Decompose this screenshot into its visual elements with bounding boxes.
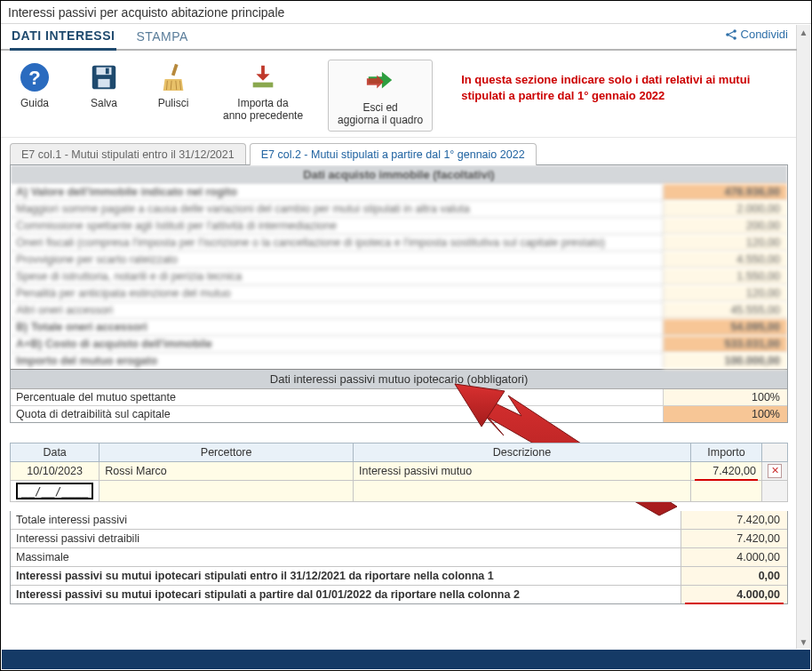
col-importo[interactable]: Importo — [691, 443, 762, 461]
facoltativi-row: Importo del mutuo erogato100.000,00 — [11, 353, 787, 369]
cell-importo[interactable]: 7.420,00 — [691, 461, 762, 480]
share-icon — [725, 28, 737, 41]
window-title: Interessi passivi per acquisto abitazion… — [1, 1, 811, 24]
cell-descrizione-empty[interactable] — [354, 480, 691, 501]
svg-line-3 — [728, 31, 734, 34]
vertical-scrollbar[interactable]: ▲ ▼ — [796, 25, 810, 649]
row-label: Maggiori somme pagate a causa delle vari… — [11, 201, 663, 217]
exit-update-icon — [364, 66, 396, 98]
facoltativi-row: Maggiori somme pagate a causa delle vari… — [11, 201, 787, 218]
importa-label: Importa da anno precedente — [223, 98, 303, 123]
cell-percettore[interactable]: Rossi Marco — [100, 461, 354, 480]
row-label: Penalità per anticipata estinzione del m… — [11, 285, 663, 301]
entry-row[interactable]: 10/10/2023 Rossi Marco Interessi passivi… — [11, 461, 788, 480]
facoltativi-row: Spese di istruttoria, notarili e di peri… — [11, 268, 787, 285]
summary-value: 4.000,00 — [681, 548, 787, 566]
row-value: 45.555,00 — [663, 302, 787, 318]
obbligatori-row: Percentuale del mutuo spettante100% — [11, 389, 787, 406]
facoltativi-row: Altri oneri accessori45.555,00 — [11, 302, 787, 319]
entries-table: Data Percettore Descrizione Importo 10/1… — [10, 443, 788, 502]
tab-stampa[interactable]: STAMPA — [134, 24, 190, 49]
clean-icon — [157, 61, 189, 93]
row-label: Commissione spettante agli Istituti per … — [11, 218, 663, 234]
summary-label: Interessi passivi detraibili — [11, 530, 681, 547]
salva-button[interactable]: Salva — [79, 60, 129, 112]
sub-tabs: E7 col.1 - Mutui stipulati entro il 31/1… — [10, 143, 788, 165]
subtab-col1[interactable]: E7 col.1 - Mutui stipulati entro il 31/1… — [10, 143, 246, 165]
row-label: Importo del mutuo erogato — [11, 353, 663, 369]
summary-label: Interessi passivi su mutui ipotecari sti… — [11, 586, 681, 603]
row-label: A) Valore dell'immobile indicato nel rog… — [11, 184, 663, 200]
facoltativi-row: Oneri fiscali (compresa l'imposta per l'… — [11, 235, 787, 252]
tab-dati-interessi[interactable]: DATI INTERESSI — [10, 23, 116, 51]
cell-importo-empty[interactable] — [691, 480, 762, 501]
scroll-down-icon[interactable]: ▼ — [797, 635, 810, 649]
summary-label: Totale interessi passivi — [11, 511, 681, 529]
guida-button[interactable]: ? Guida — [10, 60, 60, 112]
summary-label: Interessi passivi su mutui ipotecari sti… — [11, 567, 681, 585]
summary-value: 0,00 — [681, 567, 787, 585]
facoltativi-row: B) Totale oneri accessori54.095,00 — [11, 319, 787, 336]
row-label: Oneri fiscali (compresa l'imposta per l'… — [11, 235, 663, 251]
status-bar — [2, 650, 810, 669]
svg-text:?: ? — [28, 67, 40, 89]
row-value: 533.031,00 — [663, 336, 787, 352]
row-value[interactable]: 100% — [663, 406, 787, 422]
row-value: 54.095,00 — [663, 319, 787, 335]
salva-label: Salva — [91, 98, 117, 110]
row-label: Altri oneri accessori — [11, 302, 663, 318]
section-hint: In questa sezione indicare solo i dati r… — [452, 60, 788, 103]
pulisci-button[interactable]: Pulisci — [148, 60, 198, 112]
summary-label: Massimale — [11, 548, 681, 566]
esci-label: Esci ed aggiorna il quadro — [338, 102, 423, 127]
importa-button[interactable]: Importa da anno precedente — [218, 60, 308, 124]
row-value: 200,00 — [663, 218, 787, 234]
facoltativi-row: Penalità per anticipata estinzione del m… — [11, 285, 787, 302]
obbligatori-header: Dati interessi passivi mutuo ipotecario … — [11, 369, 787, 389]
row-value: 4.550,00 — [663, 252, 787, 268]
row-label: A+B) Costo di acquisto dell'immobile — [11, 336, 663, 352]
save-icon — [88, 61, 120, 93]
summary-value: 7.420,00 — [681, 530, 787, 547]
row-label: Percentuale del mutuo spettante — [11, 389, 663, 405]
import-icon — [247, 61, 279, 93]
row-label: Provvigione per scarto rateizzato — [11, 252, 663, 268]
facoltativi-row: Commissione spettante agli Istituti per … — [11, 218, 787, 235]
pulisci-label: Pulisci — [158, 98, 189, 110]
row-value: 1.550,00 — [663, 268, 787, 284]
cell-data[interactable]: 10/10/2023 — [11, 461, 100, 480]
summary-value-highlight: 4.000,00 — [681, 586, 787, 603]
row-value: 100.000,00 — [663, 353, 787, 369]
cell-percettore-empty[interactable] — [100, 480, 354, 501]
main-panel: Dati acquisto immobile (facoltativi) A) … — [10, 164, 788, 423]
obbligatori-row: Quota di detraibilità sul capitale100% — [11, 406, 787, 422]
facoltativi-row: Provvigione per scarto rateizzato4.550,0… — [11, 252, 787, 268]
help-icon: ? — [19, 61, 51, 93]
row-label: B) Totale oneri accessori — [11, 319, 663, 335]
row-value: 120,00 — [663, 285, 787, 301]
esci-button[interactable]: Esci ed aggiorna il quadro — [328, 60, 433, 132]
toolbar: ? Guida Salva Pulisci Importa — [1, 51, 797, 138]
date-input[interactable]: __/__/____ — [16, 483, 93, 499]
delete-row-button[interactable]: ✕ — [768, 464, 782, 478]
guida-label: Guida — [20, 98, 49, 110]
subtab-col2[interactable]: E7 col.2 - Mutui stipulati a partire dal… — [250, 143, 537, 165]
facoltativi-row: A+B) Costo di acquisto dell'immobile533.… — [11, 336, 787, 353]
cell-descrizione[interactable]: Interessi passivi mutuo — [354, 461, 691, 480]
svg-rect-8 — [97, 68, 112, 76]
col-descrizione[interactable]: Descrizione — [354, 443, 691, 461]
entry-row-empty[interactable]: __/__/____ — [11, 480, 788, 501]
svg-rect-16 — [253, 83, 274, 88]
share-button[interactable]: Condividi — [725, 28, 788, 41]
primary-tabs: DATI INTERESSI STAMPA Condividi — [1, 24, 797, 51]
svg-line-4 — [728, 35, 734, 37]
share-label: Condividi — [741, 28, 788, 41]
row-label: Spese di istruttoria, notarili e di peri… — [11, 268, 663, 284]
scroll-up-icon[interactable]: ▲ — [797, 25, 810, 39]
facoltativi-row: A) Valore dell'immobile indicato nel rog… — [11, 184, 787, 201]
summary-value: 7.420,00 — [681, 511, 787, 529]
row-value[interactable]: 100% — [663, 389, 787, 405]
summary-table: Totale interessi passivi 7.420,00 Intere… — [10, 511, 788, 604]
col-percettore[interactable]: Percettore — [100, 443, 354, 461]
col-data[interactable]: Data — [11, 443, 100, 461]
